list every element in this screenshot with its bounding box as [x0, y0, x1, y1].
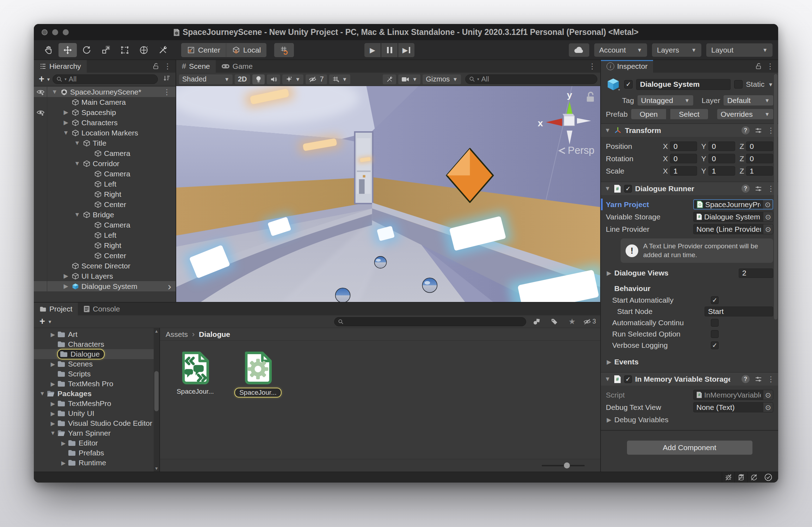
active-checkbox[interactable]: ✓ [624, 80, 633, 89]
gizmos-dropdown[interactable]: Gizmos▼ [423, 74, 461, 84]
transform-tool-button[interactable] [135, 43, 153, 57]
line-provider-field[interactable]: None (Line Provider E ⊙ [693, 224, 773, 234]
foldout-arrow[interactable]: ▼ [73, 140, 82, 147]
foldout-arrow[interactable]: ▶ [49, 410, 57, 417]
foldout-arrow[interactable]: ▶ [49, 381, 57, 387]
scene-camera-dropdown[interactable]: ▼ [398, 74, 420, 84]
presets-icon[interactable] [755, 375, 762, 383]
foldout-arrow[interactable]: ▶ [49, 420, 57, 427]
foldout-arrow[interactable]: ▼ [73, 211, 82, 218]
lock-icon[interactable] [153, 63, 159, 70]
object-picker-icon[interactable]: ⊙ [763, 390, 773, 400]
prefab-overrides-dropdown[interactable]: Overrides▼ [717, 109, 773, 119]
debug-text-view-field[interactable]: None (Text) ⊙ [693, 402, 773, 412]
dialogue-views-count-field[interactable]: 2 [739, 268, 773, 278]
inspector-scrollbar[interactable] [774, 74, 777, 470]
variable-storage-field[interactable]: # Dialogue System (I ⊙ [693, 212, 773, 222]
2d-toggle-button[interactable]: 2D [235, 74, 250, 84]
project-folder-item[interactable]: ▶Runtime [34, 458, 159, 468]
foldout-arrow[interactable]: ▼ [50, 89, 59, 96]
scale-y-field[interactable]: 1 [708, 166, 736, 176]
project-folder-item[interactable]: Dialogue [34, 349, 159, 359]
pivot-mode-button[interactable]: Center [181, 43, 226, 57]
asset-item[interactable]: SpaceJour... [168, 350, 222, 395]
scale-x-field[interactable]: 1 [670, 166, 697, 176]
hierarchy-item[interactable]: Camera [34, 148, 176, 158]
hierarchy-item[interactable]: ▼Corridor [34, 158, 176, 169]
foldout-arrow[interactable]: ▼ [604, 185, 611, 192]
help-icon[interactable]: ? [742, 184, 750, 193]
presets-icon[interactable] [755, 127, 762, 134]
foldout-arrow[interactable]: ▶ [49, 331, 57, 338]
asset-item[interactable]: SpaceJour... [231, 350, 285, 398]
shading-mode-dropdown[interactable]: Shaded▼ [179, 74, 233, 84]
foldout-arrow[interactable]: ▼ [49, 430, 57, 436]
hierarchy-search-input[interactable]: ▾ All [53, 74, 158, 84]
project-folder-item[interactable]: ▶Scenes [34, 359, 159, 369]
hierarchy-item[interactable]: ▶UI Layers [34, 271, 176, 281]
object-picker-icon[interactable]: ⊙ [763, 402, 773, 412]
tab-console[interactable]: Console [78, 303, 125, 315]
hierarchy-item[interactable]: Right [34, 189, 176, 199]
start-node-field[interactable]: Start [705, 307, 773, 316]
hierarchy-item[interactable]: Center [34, 199, 176, 210]
play-button[interactable]: ▶ [364, 43, 381, 57]
position-x-field[interactable]: 0 [670, 141, 697, 151]
project-folder-item[interactable]: ▶Art [34, 329, 159, 339]
grid-snapping-button[interactable] [274, 43, 294, 57]
rotation-x-field[interactable]: 0 [670, 154, 697, 163]
foldout-arrow[interactable]: ▶ [49, 361, 57, 368]
hierarchy-item[interactable]: Center [34, 250, 176, 261]
gameobject-name-field[interactable]: Dialogue System [636, 79, 731, 90]
search-by-type-button[interactable] [530, 317, 544, 326]
sort-order-icon[interactable] [161, 74, 173, 84]
auto-refresh-status-icon[interactable] [747, 472, 760, 483]
thumbnail-size-slider[interactable] [542, 465, 585, 466]
breadcrumb-assets[interactable]: Assets [166, 330, 188, 339]
effects-dropdown[interactable]: ▼ [282, 74, 304, 84]
kebab-menu-icon[interactable]: ⋮ [163, 88, 176, 96]
foldout-arrow[interactable]: ▶ [61, 109, 70, 116]
component-enabled-checkbox[interactable]: ✓ [624, 375, 632, 383]
gameobject-cube-icon[interactable] [606, 77, 621, 92]
object-picker-icon[interactable]: ⊙ [763, 200, 773, 209]
prefab-select-button[interactable]: Select [670, 109, 708, 119]
scene-tools-button[interactable] [383, 74, 396, 84]
create-add-button[interactable]: + [37, 74, 44, 85]
foldout-arrow[interactable]: ▶ [606, 358, 612, 366]
component-enabled-checkbox[interactable]: ✓ [624, 185, 632, 193]
foldout-arrow[interactable]: ▶ [49, 400, 57, 407]
kebab-menu-icon[interactable]: ⋮ [767, 126, 775, 135]
auto-continue-checkbox[interactable] [711, 319, 719, 327]
visibility-eye-icon[interactable] [34, 87, 47, 97]
layers-dropdown[interactable]: Layers▼ [652, 43, 701, 57]
hierarchy-item[interactable]: ▼SpaceJourneyScene*⋮ [34, 87, 176, 97]
hierarchy-item[interactable]: Left [34, 230, 176, 240]
project-folder-item[interactable]: Prefabs [34, 448, 159, 458]
search-by-label-button[interactable] [547, 317, 561, 326]
move-tool-button[interactable] [59, 43, 77, 57]
scene-lighting-button[interactable] [252, 74, 265, 84]
scale-z-field[interactable]: 1 [746, 166, 773, 176]
scene-viewport[interactable]: y x Persp [176, 86, 600, 302]
foldout-arrow[interactable]: ▼ [604, 127, 611, 134]
rotation-y-field[interactable]: 0 [708, 154, 736, 163]
foldout-arrow[interactable]: ▼ [604, 376, 611, 383]
project-folder-item[interactable]: Scripts [34, 369, 159, 379]
hidden-packages-button[interactable]: 3 [583, 317, 597, 326]
project-folder-item[interactable]: ▶Unity UI [34, 408, 159, 418]
tab-hierarchy[interactable]: Hierarchy [34, 60, 87, 73]
run-selected-checkbox[interactable] [711, 330, 719, 338]
account-dropdown[interactable]: Account▼ [594, 43, 647, 57]
lock-icon[interactable] [755, 63, 762, 70]
hidden-objects-button[interactable]: 7 [306, 74, 327, 84]
project-folder-item[interactable]: Characters [34, 339, 159, 349]
yarn-project-field[interactable]: SpaceJourneyProj ⊙ [693, 199, 773, 210]
hierarchy-item[interactable]: Camera [34, 220, 176, 230]
foldout-arrow[interactable]: ▶ [61, 283, 70, 290]
scene-search-input[interactable]: ▾ All [465, 74, 597, 84]
scene-audio-button[interactable] [267, 74, 280, 84]
project-folder-item[interactable]: ▼Packages [34, 389, 159, 399]
favorites-button[interactable]: ★ [565, 317, 579, 326]
prefab-open-chevron-icon[interactable]: › [168, 281, 176, 292]
